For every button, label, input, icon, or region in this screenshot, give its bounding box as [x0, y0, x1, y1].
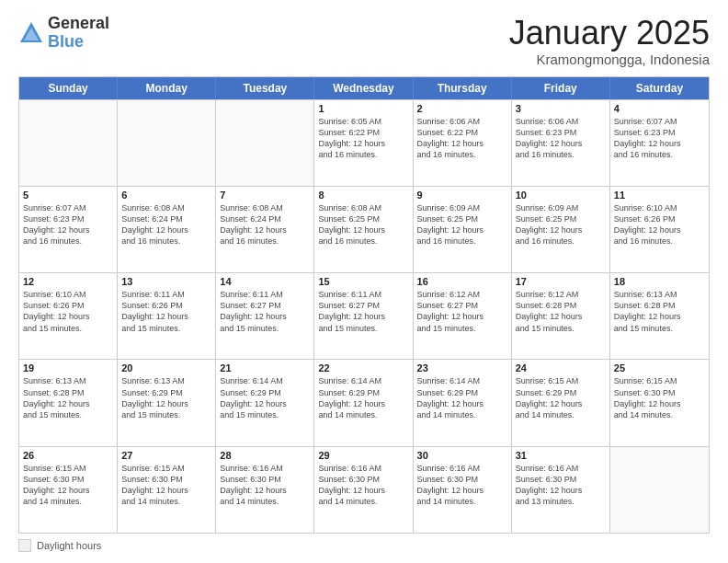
logo-text: General Blue [48, 15, 109, 52]
calendar-cell: 12Sunrise: 6:10 AM Sunset: 6:26 PM Dayli… [19, 273, 118, 359]
calendar-body: 1Sunrise: 6:05 AM Sunset: 6:22 PM Daylig… [19, 99, 709, 533]
header-day-thursday: Thursday [414, 77, 512, 99]
day-info: Sunrise: 6:15 AM Sunset: 6:30 PM Dayligh… [23, 463, 113, 508]
calendar-cell: 5Sunrise: 6:07 AM Sunset: 6:23 PM Daylig… [19, 187, 118, 272]
day-info: Sunrise: 6:09 AM Sunset: 6:25 PM Dayligh… [516, 202, 606, 247]
calendar-cell: 9Sunrise: 6:09 AM Sunset: 6:25 PM Daylig… [414, 187, 512, 272]
calendar-cell: 3Sunrise: 6:06 AM Sunset: 6:23 PM Daylig… [512, 100, 610, 186]
day-number: 4 [614, 103, 705, 114]
calendar-cell: 30Sunrise: 6:16 AM Sunset: 6:30 PM Dayli… [414, 447, 512, 533]
logo: General Blue [18, 15, 109, 52]
day-number: 5 [23, 190, 113, 201]
footer: Daylight hours [18, 539, 710, 552]
daylight-box [18, 539, 31, 552]
calendar-row-5: 26Sunrise: 6:15 AM Sunset: 6:30 PM Dayli… [19, 446, 709, 533]
day-number: 28 [220, 450, 310, 461]
day-info: Sunrise: 6:16 AM Sunset: 6:30 PM Dayligh… [516, 463, 606, 508]
calendar-cell: 19Sunrise: 6:13 AM Sunset: 6:28 PM Dayli… [19, 360, 118, 445]
day-info: Sunrise: 6:06 AM Sunset: 6:23 PM Dayligh… [516, 116, 606, 161]
day-number: 27 [121, 450, 211, 461]
day-info: Sunrise: 6:11 AM Sunset: 6:26 PM Dayligh… [121, 289, 211, 334]
header-day-monday: Monday [118, 77, 216, 99]
title-location: Kramongmongga, Indonesia [509, 52, 710, 67]
calendar-cell [216, 100, 314, 186]
calendar-cell: 16Sunrise: 6:12 AM Sunset: 6:27 PM Dayli… [414, 273, 512, 359]
day-number: 16 [417, 276, 507, 287]
header-day-wednesday: Wednesday [314, 77, 413, 99]
day-info: Sunrise: 6:08 AM Sunset: 6:24 PM Dayligh… [220, 202, 310, 247]
calendar-cell: 29Sunrise: 6:16 AM Sunset: 6:30 PM Dayli… [314, 447, 413, 533]
day-number: 7 [220, 190, 310, 201]
calendar-cell: 2Sunrise: 6:06 AM Sunset: 6:22 PM Daylig… [414, 100, 512, 186]
page: General Blue January 2025 Kramongmongga,… [0, 0, 728, 563]
header-day-saturday: Saturday [610, 77, 709, 99]
calendar-cell: 10Sunrise: 6:09 AM Sunset: 6:25 PM Dayli… [512, 187, 610, 272]
day-info: Sunrise: 6:11 AM Sunset: 6:27 PM Dayligh… [220, 289, 310, 334]
calendar-cell: 23Sunrise: 6:14 AM Sunset: 6:29 PM Dayli… [414, 360, 512, 445]
calendar-cell: 18Sunrise: 6:13 AM Sunset: 6:28 PM Dayli… [610, 273, 709, 359]
day-number: 8 [318, 190, 408, 201]
day-number: 11 [614, 190, 705, 201]
day-info: Sunrise: 6:12 AM Sunset: 6:28 PM Dayligh… [516, 289, 606, 334]
calendar-cell: 22Sunrise: 6:14 AM Sunset: 6:29 PM Dayli… [314, 360, 413, 445]
calendar-cell: 20Sunrise: 6:13 AM Sunset: 6:29 PM Dayli… [118, 360, 216, 445]
day-number: 12 [23, 276, 113, 287]
day-number: 24 [516, 362, 606, 373]
day-number: 22 [318, 362, 408, 373]
calendar-cell: 25Sunrise: 6:15 AM Sunset: 6:30 PM Dayli… [610, 360, 709, 445]
day-info: Sunrise: 6:05 AM Sunset: 6:22 PM Dayligh… [318, 116, 408, 161]
day-number: 17 [516, 276, 606, 287]
calendar-cell: 27Sunrise: 6:15 AM Sunset: 6:30 PM Dayli… [118, 447, 216, 533]
calendar-row-4: 19Sunrise: 6:13 AM Sunset: 6:28 PM Dayli… [19, 359, 709, 445]
logo-general: General [48, 15, 109, 33]
calendar-cell: 1Sunrise: 6:05 AM Sunset: 6:22 PM Daylig… [314, 100, 413, 186]
day-number: 9 [417, 190, 507, 201]
footer-label: Daylight hours [37, 540, 101, 551]
calendar-cell: 14Sunrise: 6:11 AM Sunset: 6:27 PM Dayli… [216, 273, 314, 359]
day-number: 25 [614, 362, 705, 373]
calendar-cell [118, 100, 216, 186]
day-info: Sunrise: 6:11 AM Sunset: 6:27 PM Dayligh… [318, 289, 408, 334]
day-info: Sunrise: 6:09 AM Sunset: 6:25 PM Dayligh… [417, 202, 507, 247]
header-day-sunday: Sunday [19, 77, 118, 99]
day-number: 13 [121, 276, 211, 287]
calendar-header: SundayMondayTuesdayWednesdayThursdayFrid… [19, 77, 709, 99]
calendar-cell: 26Sunrise: 6:15 AM Sunset: 6:30 PM Dayli… [19, 447, 118, 533]
day-info: Sunrise: 6:13 AM Sunset: 6:29 PM Dayligh… [121, 375, 211, 420]
day-number: 19 [23, 362, 113, 373]
day-number: 20 [121, 362, 211, 373]
day-info: Sunrise: 6:16 AM Sunset: 6:30 PM Dayligh… [220, 463, 310, 508]
calendar-cell: 24Sunrise: 6:15 AM Sunset: 6:29 PM Dayli… [512, 360, 610, 445]
day-info: Sunrise: 6:12 AM Sunset: 6:27 PM Dayligh… [417, 289, 507, 334]
day-number: 30 [417, 450, 507, 461]
calendar-cell: 31Sunrise: 6:16 AM Sunset: 6:30 PM Dayli… [512, 447, 610, 533]
day-number: 15 [318, 276, 408, 287]
day-info: Sunrise: 6:07 AM Sunset: 6:23 PM Dayligh… [23, 202, 113, 247]
day-info: Sunrise: 6:08 AM Sunset: 6:24 PM Dayligh… [121, 202, 211, 247]
day-info: Sunrise: 6:16 AM Sunset: 6:30 PM Dayligh… [318, 463, 408, 508]
calendar-cell: 8Sunrise: 6:08 AM Sunset: 6:25 PM Daylig… [314, 187, 413, 272]
day-number: 29 [318, 450, 408, 461]
calendar-cell: 21Sunrise: 6:14 AM Sunset: 6:29 PM Dayli… [216, 360, 314, 445]
day-info: Sunrise: 6:08 AM Sunset: 6:25 PM Dayligh… [318, 202, 408, 247]
day-info: Sunrise: 6:16 AM Sunset: 6:30 PM Dayligh… [417, 463, 507, 508]
day-info: Sunrise: 6:13 AM Sunset: 6:28 PM Dayligh… [23, 375, 113, 420]
day-number: 3 [516, 103, 606, 114]
day-number: 21 [220, 362, 310, 373]
day-info: Sunrise: 6:13 AM Sunset: 6:28 PM Dayligh… [614, 289, 705, 334]
day-number: 23 [417, 362, 507, 373]
day-info: Sunrise: 6:14 AM Sunset: 6:29 PM Dayligh… [417, 375, 507, 420]
title-block: January 2025 Kramongmongga, Indonesia [509, 15, 710, 67]
calendar-row-3: 12Sunrise: 6:10 AM Sunset: 6:26 PM Dayli… [19, 272, 709, 359]
calendar-cell [610, 447, 709, 533]
calendar-cell: 11Sunrise: 6:10 AM Sunset: 6:26 PM Dayli… [610, 187, 709, 272]
calendar-cell: 13Sunrise: 6:11 AM Sunset: 6:26 PM Dayli… [118, 273, 216, 359]
calendar-cell: 28Sunrise: 6:16 AM Sunset: 6:30 PM Dayli… [216, 447, 314, 533]
day-number: 10 [516, 190, 606, 201]
day-info: Sunrise: 6:10 AM Sunset: 6:26 PM Dayligh… [614, 202, 705, 247]
calendar: SundayMondayTuesdayWednesdayThursdayFrid… [18, 76, 710, 534]
day-info: Sunrise: 6:15 AM Sunset: 6:29 PM Dayligh… [516, 375, 606, 420]
day-number: 6 [121, 190, 211, 201]
day-info: Sunrise: 6:15 AM Sunset: 6:30 PM Dayligh… [121, 463, 211, 508]
day-number: 26 [23, 450, 113, 461]
